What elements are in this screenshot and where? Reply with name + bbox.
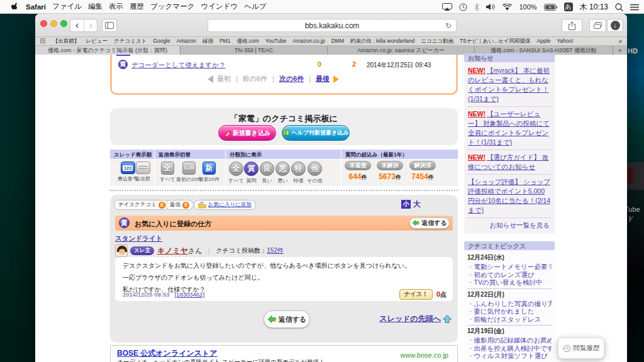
new-post-button[interactable]: 新規書き込み — [218, 125, 276, 141]
question-filter-0[interactable]: 未返信644件 — [345, 161, 371, 182]
topic-item-1-2[interactable]: ・前輪だけスタッドレス — [467, 315, 552, 324]
browsing-history-button[interactable]: 閲覧履歴 — [558, 337, 604, 359]
message-id-link[interactable]: [18303462] — [174, 291, 204, 298]
wifi-icon[interactable] — [502, 4, 512, 11]
pagination-first[interactable]: 最初 — [217, 74, 231, 84]
bookmark-item-1[interactable]: レビュー — [86, 38, 108, 45]
post-count-link[interactable]: 152件 — [267, 246, 284, 255]
nice-button[interactable]: ナイス！ — [399, 289, 433, 300]
topic-item-0-2[interactable]: ・TVの買い替えを検討中 — [467, 278, 552, 287]
news-item-0[interactable]: NEW!【myrack】 本に最初のレビュー書くと、もれなくポイントをプレゼント… — [468, 63, 551, 107]
topic-item-2-2[interactable]: ・ウィルス対策ソフト選び — [467, 352, 552, 360]
reply-display-2[interactable]: 新最新20件 — [199, 162, 219, 183]
input-source-icon[interactable]: あ — [564, 3, 573, 11]
category-1[interactable]: 質質問 — [244, 162, 258, 184]
topic-item-1-1[interactable]: ・妻に気付かれました — [467, 307, 552, 315]
category-4[interactable]: 特特価 — [291, 162, 306, 184]
news-item-2[interactable]: NEW!【選び方ガイド】 改修についてのお知らせ — [468, 150, 551, 175]
ad-title-link[interactable]: BOSE 公式オンラインストア — [117, 348, 218, 359]
question-filter-1[interactable]: 未解決5673件 — [377, 161, 403, 182]
sidebar-button[interactable] — [102, 19, 117, 32]
new-tab-button[interactable]: + — [613, 46, 627, 55]
pagination-prev[interactable]: 前の6件 — [243, 74, 267, 84]
topic-item-1-0[interactable]: ・ふんわりした写真の撮り方 — [467, 300, 552, 308]
menu-item-1[interactable]: ファイル — [52, 2, 82, 11]
bookmark-item-3[interactable]: Google — [153, 38, 170, 45]
reply-display-0[interactable]: 全すべて — [160, 162, 175, 183]
notification-center-icon[interactable] — [630, 4, 639, 11]
pagination-next[interactable]: 次の6件 — [279, 74, 304, 84]
category-0[interactable]: 全すべて — [228, 162, 244, 184]
forward-button[interactable]: › — [84, 19, 97, 31]
bookmark-item-12[interactable]: ニコニコ動画 — [421, 38, 453, 45]
bluetooth-icon[interactable] — [474, 3, 479, 11]
add-favorite-pill[interactable]: お気に入りに追加 — [194, 200, 256, 210]
tab-0[interactable]: 価格.com - 家電のクチコミ掲示板 (分類：質問) — [35, 46, 180, 55]
apple-menu-icon[interactable] — [11, 2, 19, 12]
downloads-button[interactable]: ↓ — [607, 19, 623, 32]
bookmark-item-11[interactable]: 約束の街 : kilia wonderland — [350, 38, 414, 45]
menu-item-2[interactable]: 編集 — [88, 2, 103, 11]
thread-row-title[interactable]: デコーダーとして使えますか？ — [131, 61, 225, 70]
bookmark-item-7[interactable]: 価格.com — [236, 38, 258, 45]
product-link[interactable]: スタンドライト — [115, 234, 162, 243]
reply-display-1[interactable]: 1-20最初の20件 — [176, 162, 202, 183]
topic-item-2-1[interactable]: ・出産を控え購入検討中です — [467, 344, 552, 353]
news-more-link[interactable]: お知らせ一覧を見る — [468, 218, 551, 231]
font-size-small-button[interactable]: 小 — [401, 200, 411, 209]
share-button[interactable] — [562, 19, 582, 32]
news-item-1[interactable]: NEW!【ユーザーレビュー】 対象製品への投稿にて全員にポイントをプレゼント！(… — [468, 107, 551, 150]
author-name[interactable]: キノミヤ — [157, 246, 188, 256]
topic-item-0-1[interactable]: ・初めてのレンズ選び — [467, 271, 552, 279]
last-page-arrow-icon[interactable] — [333, 75, 339, 83]
bookmark-item-2[interactable]: クチコミスト — [114, 38, 147, 45]
tab-2[interactable]: Amazon.co.jp: saunsui スピーカー — [328, 46, 475, 55]
menu-clock[interactable]: 木 10:13 — [580, 2, 608, 13]
menu-item-7[interactable]: ヘルプ — [244, 2, 266, 11]
menu-item-4[interactable]: 履歴 — [130, 2, 144, 11]
category-5[interactable]: 他その他 — [307, 162, 322, 184]
bookmark-item-9[interactable]: Amazon.co.jp — [292, 38, 325, 45]
bookmark-item-13[interactable]: TSナビ｜あい...セイ同和損保 — [460, 38, 530, 45]
zoom-window-button[interactable] — [60, 20, 67, 27]
close-window-button[interactable] — [40, 20, 47, 27]
sort-reply-button[interactable]: 返信順 — [135, 162, 150, 182]
bookmarks-grid-icon[interactable] — [40, 38, 47, 45]
reply-button-bottom[interactable]: 返信する — [264, 310, 310, 328]
topic-item-0-0[interactable]: ・電動シートメモリー必要？ — [467, 263, 552, 271]
tab-1[interactable]: TN-350 | TEAC — [180, 46, 328, 55]
question-filter-2[interactable]: 解決済7454件 — [409, 161, 436, 182]
font-size-large-button[interactable]: 大 — [413, 199, 421, 210]
reply-button-top[interactable]: 返信する — [409, 217, 450, 229]
to-thread-top-link[interactable]: スレッドの先頭へ — [379, 314, 452, 324]
minimize-window-button[interactable] — [50, 20, 57, 27]
bookmark-item-5[interactable]: 縁側 — [203, 38, 213, 45]
pagination-last[interactable]: 最後 — [316, 74, 330, 84]
help-post-button[interactable]: ヘルプ付新規書き込み — [282, 125, 350, 141]
category-2[interactable]: 良良い — [260, 162, 274, 184]
bookmark-item-14[interactable]: Apple — [537, 38, 551, 45]
bookmark-item-0[interactable]: 【出前館】 — [53, 38, 80, 45]
history-clock-icon[interactable] — [459, 3, 467, 11]
topic-item-2-0[interactable]: ・撮影用の記録媒体のお薦め — [467, 336, 552, 344]
menu-item-6[interactable]: ウインドウ — [201, 2, 238, 11]
first-page-arrow-icon[interactable] — [208, 75, 213, 83]
menu-item-3[interactable]: 表示 — [109, 2, 123, 11]
bookmark-item-6[interactable]: PM1 — [219, 38, 230, 45]
bookmark-item-4[interactable]: Amazon — [177, 38, 196, 45]
bookmark-item-8[interactable]: YouTube — [265, 38, 286, 45]
news-item-3[interactable]: 【ショップ評価】 ショップ評価投稿でポイント5,000円分が10名に当たる！(2… — [468, 175, 551, 218]
airplay-icon[interactable] — [442, 3, 452, 11]
back-button[interactable]: ‹ — [70, 19, 84, 31]
bookmark-item-10[interactable]: DMM — [331, 38, 344, 45]
volume-icon[interactable] — [486, 3, 496, 11]
avatar[interactable] — [115, 244, 128, 257]
reload-icon[interactable]: ↻ — [445, 21, 452, 30]
nice-kuchikomi-pill[interactable]: ナイスクチコミ 0 — [114, 200, 170, 210]
spotlight-icon[interactable] — [615, 3, 623, 11]
show-all-tabs-button[interactable] — [589, 19, 606, 32]
menu-item-0[interactable]: Safari — [26, 3, 46, 11]
bookmarks-overflow[interactable]: » — [618, 38, 622, 45]
reply-count-pill[interactable]: 返信 0 — [165, 200, 194, 210]
bookmark-item-15[interactable]: Yahoo! — [557, 38, 573, 45]
